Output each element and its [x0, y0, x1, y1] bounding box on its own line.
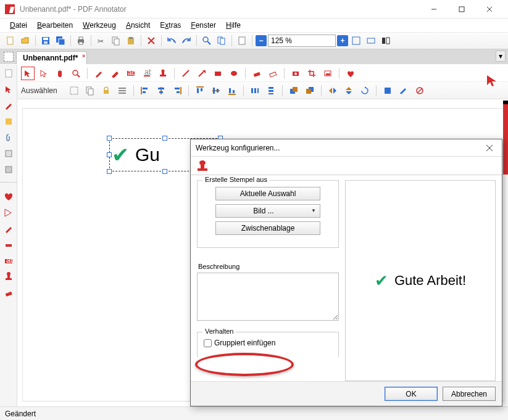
style-fill-icon[interactable]: [381, 84, 394, 97]
delete-icon[interactable]: [144, 34, 158, 47]
fav-arrow-icon[interactable]: [2, 207, 15, 219]
saveall-icon[interactable]: [54, 34, 67, 47]
rotate-icon[interactable]: [358, 84, 372, 97]
grouped-insert-row[interactable]: Gruppiert einfügen: [204, 339, 332, 347]
sel-rect-icon[interactable]: [67, 84, 81, 97]
resize-handle[interactable]: [107, 136, 112, 141]
tool-eraser-icon[interactable]: [250, 67, 264, 80]
tab-close-icon[interactable]: ×: [82, 53, 85, 59]
resize-handle[interactable]: [107, 169, 112, 174]
fav-highlight-icon[interactable]: [2, 239, 15, 251]
align-middle-v-icon[interactable]: [209, 84, 223, 97]
tool-hand-icon[interactable]: [53, 67, 67, 80]
tool-zoom-icon[interactable]: [69, 67, 83, 80]
ok-button[interactable]: OK: [385, 387, 438, 401]
print-icon[interactable]: [74, 34, 88, 47]
cancel-button[interactable]: Abbrechen: [443, 387, 496, 401]
menu-hilfe[interactable]: Hilfe: [222, 20, 244, 31]
copy-icon[interactable]: [109, 34, 123, 47]
sel-lock-icon[interactable]: [99, 84, 113, 97]
blank-page-icon[interactable]: [235, 34, 249, 47]
tool-whiteout-icon[interactable]: [266, 67, 280, 80]
new-doc-icon[interactable]: [4, 34, 17, 47]
two-page-icon[interactable]: [379, 34, 393, 47]
align-bottom-icon[interactable]: [225, 84, 239, 97]
align-top-icon[interactable]: [193, 84, 207, 97]
sidebar-note-icon[interactable]: [2, 115, 15, 128]
grouped-insert-checkbox[interactable]: [204, 339, 212, 347]
bring-front-icon[interactable]: [287, 84, 301, 97]
tool-marker-icon[interactable]: [108, 67, 122, 80]
find-icon[interactable]: [200, 34, 214, 47]
paste-icon[interactable]: [124, 34, 138, 47]
tool-text-icon[interactable]: abl: [124, 67, 138, 80]
tool-snapshot-icon[interactable]: [289, 67, 302, 80]
maximize-button[interactable]: [448, 0, 475, 19]
send-back-icon[interactable]: [303, 84, 317, 97]
tool-crop-icon[interactable]: [305, 67, 319, 80]
tool-rect-icon[interactable]: [211, 67, 225, 80]
sidebar-attach-icon[interactable]: [2, 131, 15, 144]
undo-icon[interactable]: [165, 34, 178, 47]
menu-extras[interactable]: Extras: [156, 20, 185, 31]
sel-copy-icon[interactable]: [83, 84, 97, 97]
distribute-v-icon[interactable]: [264, 84, 278, 97]
document-tab[interactable]: Unbenannt.pdf* ×: [16, 51, 87, 64]
tab-overflow-button[interactable]: ▾: [496, 51, 506, 62]
fav-eraser-icon[interactable]: [2, 287, 15, 299]
menu-bearbeiten[interactable]: Bearbeiten: [33, 20, 77, 31]
style-none-icon[interactable]: [413, 84, 427, 97]
sidebar-pen-icon[interactable]: [2, 99, 15, 112]
sidebar-more-icon[interactable]: [2, 163, 15, 176]
sidebar-cursor-icon[interactable]: [2, 83, 15, 96]
zoom-out-button[interactable]: −: [256, 35, 267, 46]
zoom-input[interactable]: [268, 35, 336, 47]
tool-image-icon[interactable]: [321, 67, 335, 80]
clipboard-button[interactable]: Zwischenablage: [215, 221, 320, 235]
resize-handle[interactable]: [162, 136, 167, 141]
fit-width-icon[interactable]: [364, 34, 378, 47]
fav-heart-icon[interactable]: [2, 191, 15, 203]
menu-fenster[interactable]: Fenster: [187, 20, 220, 31]
tool-ellipse-icon[interactable]: [227, 67, 241, 80]
fav-pen-icon[interactable]: [2, 223, 15, 235]
align-right-icon[interactable]: [170, 84, 184, 97]
dialog-close-button[interactable]: [482, 141, 497, 155]
menu-ansicht[interactable]: Ansicht: [122, 20, 154, 31]
align-center-h-icon[interactable]: [154, 84, 168, 97]
sidebar-bookmark-icon[interactable]: [2, 147, 15, 160]
tool-pen-icon[interactable]: [92, 67, 106, 80]
zoom-in-button[interactable]: +: [337, 35, 348, 46]
fav-textbox-icon[interactable]: abl: [2, 255, 15, 267]
tool-select-icon[interactable]: [21, 67, 35, 80]
fav-stamp-icon[interactable]: [2, 271, 15, 283]
close-button[interactable]: [475, 0, 503, 19]
find-pages-icon[interactable]: [215, 34, 228, 47]
flip-h-icon[interactable]: [326, 84, 339, 97]
tool-stamp-icon[interactable]: [156, 67, 170, 80]
description-input[interactable]: [197, 273, 339, 321]
cut-icon[interactable]: ✂: [94, 34, 108, 47]
flip-v-icon[interactable]: [342, 84, 356, 97]
redo-icon[interactable]: [180, 34, 193, 47]
sidebar-page-icon[interactable]: [2, 67, 15, 80]
sel-menu-icon[interactable]: [115, 84, 129, 97]
distribute-h-icon[interactable]: [248, 84, 262, 97]
tool-arrow-icon[interactable]: [195, 67, 209, 80]
menu-werkzeug[interactable]: Werkzeug: [79, 20, 120, 31]
menu-datei[interactable]: Datei: [6, 20, 31, 31]
tool-underline-icon[interactable]: ab: [140, 67, 154, 80]
image-button[interactable]: Bild ...: [215, 204, 320, 218]
current-selection-button[interactable]: Aktuelle Auswahl: [215, 187, 320, 200]
fit-page-icon[interactable]: [349, 34, 363, 47]
open-icon[interactable]: [19, 34, 32, 47]
minimize-button[interactable]: [420, 0, 448, 19]
tool-lasso-icon[interactable]: [37, 67, 51, 80]
tool-favorite-icon[interactable]: [344, 67, 357, 80]
tool-line-icon[interactable]: [179, 67, 193, 80]
style-pen-icon[interactable]: [397, 84, 410, 97]
resize-handle[interactable]: [162, 169, 167, 174]
align-left-icon[interactable]: [138, 84, 152, 97]
resize-handle[interactable]: [107, 152, 112, 157]
save-icon[interactable]: [39, 34, 52, 47]
